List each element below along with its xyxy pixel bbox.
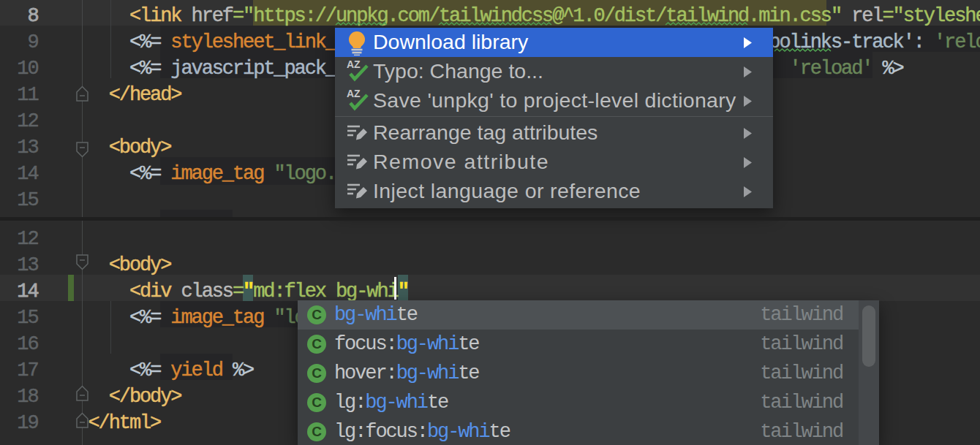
svg-text:AZ: AZ	[347, 88, 361, 99]
svg-text:AZ: AZ	[347, 58, 361, 70]
